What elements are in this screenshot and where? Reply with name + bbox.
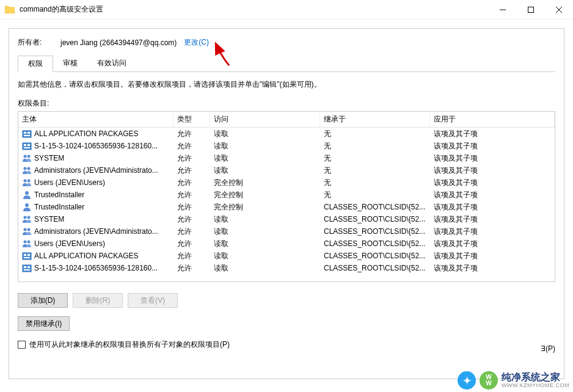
access-cell: 读取 xyxy=(210,140,320,152)
inherited-cell: 无 xyxy=(320,177,430,189)
svg-rect-30 xyxy=(23,265,31,272)
applies-cell: 该项及其子项 xyxy=(430,165,555,176)
inherited-cell: 无 xyxy=(320,128,430,140)
window-controls xyxy=(489,0,573,20)
table-body: ALL APPLICATION PACKAGES允许读取无该项及其子项S-1-1… xyxy=(18,128,555,274)
applies-cell: 该项及其子项 xyxy=(430,238,555,250)
access-cell: 读取 xyxy=(210,226,320,238)
svg-point-25 xyxy=(27,241,31,244)
principal-name: Users (JEVEN\Users) xyxy=(34,178,105,187)
access-cell: 读取 xyxy=(210,214,320,225)
tab-auditing[interactable]: 审核 xyxy=(53,56,87,72)
table-row[interactable]: S-1-15-3-1024-1065365936-128160...允许读取无该… xyxy=(18,140,555,152)
folder-icon xyxy=(5,5,15,13)
table-row[interactable]: Administrators (JEVEN\Administrato...允许读… xyxy=(18,164,555,176)
applies-cell: 该项及其子项 xyxy=(430,250,555,262)
table-row[interactable]: Users (JEVEN\Users)允许完全控制无该项及其子项 xyxy=(18,176,555,189)
disable-inherit-button[interactable]: 禁用继承(I) xyxy=(18,316,70,331)
window-title: command的高级安全设置 xyxy=(20,4,489,15)
svg-rect-6 xyxy=(27,132,30,134)
hint-text: 如需其他信息，请双击权限项目。若要修改权限项目，请选择该项目并单击"编辑"(如果… xyxy=(18,79,555,90)
col-access[interactable]: 访问 xyxy=(210,112,320,127)
access-cell: 读取 xyxy=(210,250,320,262)
svg-point-24 xyxy=(24,241,27,244)
col-type[interactable]: 类型 xyxy=(173,112,210,127)
tab-permissions[interactable]: 权限 xyxy=(18,56,53,72)
inherited-cell: 无 xyxy=(320,189,430,201)
table-row[interactable]: TrustedInstaller允许完全控制CLASSES_ROOT\CLSID… xyxy=(18,201,555,213)
permission-entries-label: 权限条目: xyxy=(18,98,555,109)
owner-value: jeven Jiang (2664394497@qq.com) xyxy=(60,38,177,47)
col-principal[interactable]: 主体 xyxy=(18,112,173,127)
inherited-cell: 无 xyxy=(320,165,430,176)
watermark-blue-icon: ✦ xyxy=(458,371,476,390)
tab-effective-access[interactable]: 有效访问 xyxy=(87,56,136,72)
principal-name: Administrators (JEVEN\Administrato... xyxy=(34,166,158,175)
svg-rect-27 xyxy=(24,254,26,256)
table-row[interactable]: ALL APPLICATION PACKAGES允许读取无该项及其子项 xyxy=(18,128,555,140)
type-cell: 允许 xyxy=(173,263,210,274)
replace-checkbox[interactable] xyxy=(18,341,26,349)
applies-cell: 该项及其子项 xyxy=(430,189,555,201)
inherit-row: 禁用继承(I) xyxy=(18,316,555,331)
inherited-cell: CLASSES_ROOT\CLSID\{52... xyxy=(320,239,430,249)
svg-rect-11 xyxy=(24,147,30,148)
table-row[interactable]: Users (JEVEN\Users)允许读取CLASSES_ROOT\CLSI… xyxy=(18,238,555,250)
type-cell: 允许 xyxy=(173,189,210,201)
access-cell: 读取 xyxy=(210,263,320,274)
svg-rect-7 xyxy=(24,135,30,136)
maximize-button[interactable] xyxy=(517,0,545,20)
svg-rect-9 xyxy=(24,144,26,146)
table-row[interactable]: Administrators (JEVEN\Administrato...允许读… xyxy=(18,225,555,238)
svg-point-19 xyxy=(25,203,29,207)
svg-rect-32 xyxy=(27,266,30,268)
type-cell: 允许 xyxy=(173,177,210,189)
table-row[interactable]: SYSTEM允许读取CLASSES_ROOT\CLSID\{52...该项及其子… xyxy=(18,213,555,225)
applies-cell: 该项及其子项 xyxy=(430,153,555,164)
access-cell: 读取 xyxy=(210,165,320,176)
access-cell: 读取 xyxy=(210,238,320,250)
type-cell: 允许 xyxy=(173,214,210,225)
applies-cell: 该项及其子项 xyxy=(430,226,555,238)
titlebar: command的高级安全设置 xyxy=(0,0,573,20)
col-applies[interactable]: 应用于 xyxy=(430,112,555,127)
applies-cell: 该项及其子项 xyxy=(430,177,555,189)
add-button[interactable]: 添加(D) xyxy=(18,293,68,308)
principal-name: Users (JEVEN\Users) xyxy=(34,239,105,248)
watermark-text-cn: 纯净系统之家 xyxy=(502,372,569,383)
close-button[interactable] xyxy=(545,0,573,20)
owner-row: 所有者: jeven Jiang (2664394497@qq.com) 更改(… xyxy=(18,37,555,48)
minimize-button[interactable] xyxy=(489,0,517,20)
inherited-cell: 无 xyxy=(320,140,430,152)
type-cell: 允许 xyxy=(173,165,210,176)
type-cell: 允许 xyxy=(173,153,210,164)
principal-name: Administrators (JEVEN\Administrato... xyxy=(34,227,158,236)
table-row[interactable]: SYSTEM允许读取无该项及其子项 xyxy=(18,152,555,164)
table-header: 主体 类型 访问 继承于 应用于 xyxy=(18,112,555,128)
replace-row: 使用可从此对象继承的权限项目替换所有子对象的权限项目(P) xyxy=(18,339,555,350)
remove-button: 删除(R) xyxy=(73,293,123,308)
col-inherited[interactable]: 继承于 xyxy=(320,112,430,127)
applies-cell: 该项及其子项 xyxy=(430,214,555,225)
table-row[interactable]: S-1-15-3-1024-1065365936-128160...允许读取CL… xyxy=(18,262,555,274)
principal-name: ALL APPLICATION PACKAGES xyxy=(34,129,139,138)
svg-rect-29 xyxy=(24,257,30,258)
inherited-cell: CLASSES_ROOT\CLSID\{52... xyxy=(320,251,430,261)
type-cell: 允许 xyxy=(173,140,210,152)
inherited-cell: 无 xyxy=(320,153,430,164)
principal-name: TrustedInstaller xyxy=(34,191,84,199)
svg-point-14 xyxy=(24,167,27,170)
svg-rect-26 xyxy=(23,253,31,260)
permission-table: 主体 类型 访问 继承于 应用于 ALL APPLICATION PACKAGE… xyxy=(18,111,555,282)
change-owner-link[interactable]: 更改(C) xyxy=(184,37,209,48)
close-icon xyxy=(556,7,562,13)
table-row[interactable]: TrustedInstaller允许完全控制无该项及其子项 xyxy=(18,189,555,201)
table-row[interactable]: ALL APPLICATION PACKAGES允许读取CLASSES_ROOT… xyxy=(18,250,555,262)
principal-name: ALL APPLICATION PACKAGES xyxy=(34,252,139,260)
watermark: ✦ W W 纯净系统之家 WWW.KZMYHOME.COM xyxy=(458,371,569,390)
applies-cell: 该项及其子项 xyxy=(430,140,555,152)
principal-name: SYSTEM xyxy=(34,154,64,162)
inherited-cell: CLASSES_ROOT\CLSID\{52... xyxy=(320,214,430,224)
svg-rect-1 xyxy=(528,7,534,12)
main-panel: 所有者: jeven Jiang (2664394497@qq.com) 更改(… xyxy=(9,28,564,379)
